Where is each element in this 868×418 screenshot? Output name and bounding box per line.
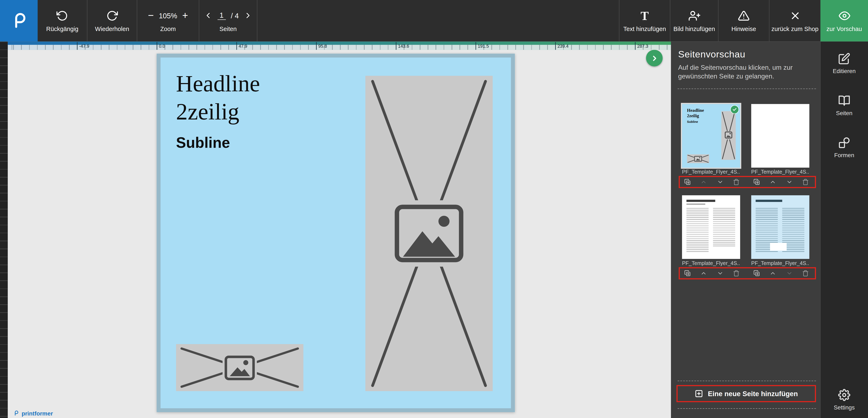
page-navigation: 1 / 4 Seiten xyxy=(199,0,257,41)
delete-page-button[interactable] xyxy=(733,179,740,185)
delete-page-button[interactable] xyxy=(733,270,740,277)
printformer-brand-icon xyxy=(13,410,19,416)
printformer-logo-icon xyxy=(9,11,29,31)
check-icon xyxy=(733,107,737,112)
dashed-divider xyxy=(678,381,816,381)
back-to-shop-label: zurück zum Shop xyxy=(771,25,818,32)
hints-label: Hinweise xyxy=(731,25,756,32)
chevron-down-icon xyxy=(786,179,793,185)
image-placeholder-large[interactable] xyxy=(365,76,493,391)
printformer-brand-text: printformer xyxy=(22,410,53,416)
chevron-up-icon xyxy=(701,179,707,185)
move-page-down-button[interactable] xyxy=(717,270,723,277)
zoom-level: 105% xyxy=(159,11,177,20)
move-page-up-button[interactable] xyxy=(701,179,707,185)
printformer-editor: Rückgängig Wiederholen − 105% + Zoom 1 /… xyxy=(0,0,868,418)
ruler-tick: 239.4 xyxy=(555,42,569,50)
pages-panel: Seitenvorschau Auf die Seitenvorschau kl… xyxy=(671,41,820,418)
page-thumbnail-label: PF_Template_Flyer_4S... xyxy=(751,260,809,266)
sidebar-item-formen[interactable]: Formen xyxy=(820,136,868,158)
delete-page-button[interactable] xyxy=(802,270,809,277)
duplicate-page-icon xyxy=(753,270,760,277)
top-toolbar: Rückgängig Wiederholen − 105% + Zoom 1 /… xyxy=(0,0,868,41)
sidebar-item-seiten[interactable]: Seiten xyxy=(820,95,868,116)
zoom-in-button[interactable]: + xyxy=(182,10,188,21)
redo-button[interactable]: Wiederholen xyxy=(88,0,137,41)
zoom-out-button[interactable]: − xyxy=(148,10,154,21)
mini-heading-bar xyxy=(756,200,782,202)
ruler-tick: 143.6 xyxy=(396,42,409,50)
move-page-down-button[interactable] xyxy=(786,179,793,185)
preview-button[interactable]: zur Vorschau xyxy=(820,0,868,41)
annotation-page-actions-row-1 xyxy=(679,176,816,188)
ruler-tick-band xyxy=(8,45,671,50)
page-thumbnail-1[interactable]: Headline 2zeilig Subline xyxy=(682,104,740,168)
headline-line-1: Headline xyxy=(176,70,260,98)
duplicate-page-button[interactable] xyxy=(753,179,760,185)
panel-subtitle: Auf die Seitenvorschau klicken, um zur g… xyxy=(678,64,815,81)
undo-icon xyxy=(57,10,68,22)
gear-icon xyxy=(838,389,850,401)
headline-text[interactable]: Headline 2zeilig xyxy=(176,70,260,126)
add-page-button[interactable]: Eine neue Seite hinzufügen xyxy=(678,386,815,401)
duplicate-page-icon xyxy=(684,270,691,277)
sidebar-item-label: Editieren xyxy=(833,67,856,74)
chevron-up-icon xyxy=(770,179,776,185)
ruler-tick: 95.8 xyxy=(316,42,327,50)
chevron-up-icon xyxy=(770,270,776,277)
annotation-add-page: Eine neue Seite hinzufügen xyxy=(677,385,816,402)
pages-label: Seiten xyxy=(219,25,237,32)
page-thumbnail-2[interactable] xyxy=(751,104,809,168)
app-logo[interactable] xyxy=(0,0,38,41)
move-page-up-button[interactable] xyxy=(770,179,776,185)
previous-page-button[interactable] xyxy=(204,11,213,20)
vertical-ruler xyxy=(0,41,8,418)
undo-button[interactable]: Rückgängig xyxy=(38,0,88,41)
sidebar-item-label: Formen xyxy=(834,152,854,158)
move-page-up-button[interactable] xyxy=(701,270,707,277)
sidebar-item-settings[interactable]: Settings xyxy=(820,389,868,411)
chevron-down-icon xyxy=(717,179,723,185)
artboard-page[interactable]: Headline 2zeilig Subline xyxy=(157,54,515,412)
next-page-button[interactable] xyxy=(244,11,253,20)
shapes-icon xyxy=(838,136,850,149)
add-text-button[interactable]: T Text hinzufügen xyxy=(619,0,670,41)
page-total: / 4 xyxy=(231,11,239,20)
image-placeholder-icon xyxy=(176,344,303,391)
add-text-icon: T xyxy=(641,10,649,22)
printformer-brand: printformer xyxy=(13,410,53,416)
add-text-label: Text hinzufügen xyxy=(623,25,666,32)
trash-icon xyxy=(802,179,809,185)
ruler-tick: -47.9 xyxy=(77,42,89,50)
eye-icon xyxy=(838,10,850,22)
image-placeholder-small[interactable] xyxy=(176,344,303,391)
delete-page-button[interactable] xyxy=(802,179,809,185)
duplicate-page-button[interactable] xyxy=(753,270,760,277)
subline-text[interactable]: Subline xyxy=(176,134,230,152)
panel-toggle-button[interactable] xyxy=(646,50,662,66)
hints-button[interactable]: Hinweise xyxy=(718,0,769,41)
ruler-tick: 191.5 xyxy=(475,42,489,50)
move-page-down-button[interactable] xyxy=(786,270,793,277)
duplicate-page-button[interactable] xyxy=(684,270,691,277)
chevron-right-icon xyxy=(244,11,253,20)
back-to-shop-button[interactable]: zurück zum Shop xyxy=(769,0,820,41)
mini-placeholder-tall xyxy=(721,111,736,160)
move-page-down-button[interactable] xyxy=(717,179,723,185)
add-image-button[interactable]: Bild hinzufügen xyxy=(670,0,718,41)
page-thumbnail-4[interactable] xyxy=(751,195,809,259)
page-thumbnail-label: PF_Template_Flyer_4S... xyxy=(682,169,740,175)
image-placeholder-icon xyxy=(365,76,493,391)
chevron-left-icon xyxy=(204,11,213,20)
selected-page-badge xyxy=(731,106,738,114)
add-image-icon xyxy=(688,10,700,22)
sidebar-item-editieren[interactable]: Editieren xyxy=(820,53,868,74)
move-page-up-button[interactable] xyxy=(770,270,776,277)
edit-icon xyxy=(838,53,850,65)
warning-triangle-icon xyxy=(738,10,750,22)
duplicate-page-button[interactable] xyxy=(684,179,691,185)
trash-icon xyxy=(802,270,809,277)
page-2-actions xyxy=(753,177,809,187)
current-page-input[interactable]: 1 xyxy=(217,11,226,20)
page-thumbnail-3[interactable] xyxy=(682,195,740,259)
